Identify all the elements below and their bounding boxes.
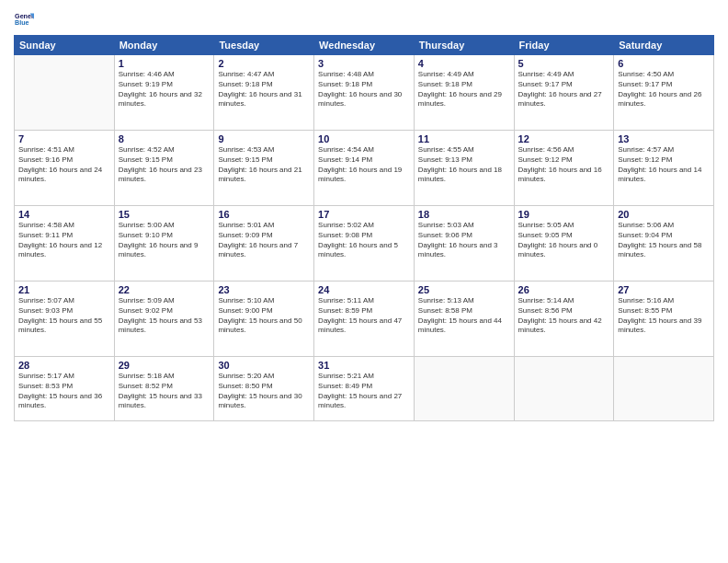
- weekday-header-sunday: Sunday: [15, 36, 115, 55]
- calendar-cell: 31Sunrise: 5:21 AMSunset: 8:49 PMDayligh…: [314, 357, 415, 421]
- day-number: 2: [218, 58, 310, 69]
- calendar-cell: 15Sunrise: 5:00 AMSunset: 9:10 PMDayligh…: [114, 206, 214, 282]
- day-info: Sunrise: 5:06 AMSunset: 9:04 PMDaylight:…: [618, 221, 710, 260]
- day-info: Sunrise: 5:02 AMSunset: 9:08 PMDaylight:…: [318, 221, 410, 260]
- day-info: Sunrise: 4:55 AMSunset: 9:13 PMDaylight:…: [418, 145, 510, 185]
- calendar-cell: 27Sunrise: 5:16 AMSunset: 8:55 PMDayligh…: [614, 282, 714, 357]
- day-number: 31: [318, 360, 410, 371]
- day-info: Sunrise: 4:57 AMSunset: 9:12 PMDaylight:…: [618, 145, 710, 185]
- calendar-cell: 5Sunrise: 4:49 AMSunset: 9:17 PMDaylight…: [514, 55, 614, 131]
- calendar-cell: 26Sunrise: 5:14 AMSunset: 8:56 PMDayligh…: [514, 282, 614, 357]
- calendar-cell: 17Sunrise: 5:02 AMSunset: 9:08 PMDayligh…: [314, 206, 415, 282]
- day-number: 15: [119, 209, 210, 220]
- calendar-cell: 24Sunrise: 5:11 AMSunset: 8:59 PMDayligh…: [314, 282, 415, 357]
- weekday-header-saturday: Saturday: [614, 36, 714, 55]
- day-info: Sunrise: 5:13 AMSunset: 8:58 PMDaylight:…: [418, 296, 510, 336]
- day-number: 21: [18, 284, 110, 295]
- calendar-week-5: 28Sunrise: 5:17 AMSunset: 8:53 PMDayligh…: [15, 357, 714, 421]
- day-info: Sunrise: 5:17 AMSunset: 8:53 PMDaylight:…: [18, 372, 110, 411]
- calendar-cell: 1Sunrise: 4:46 AMSunset: 9:19 PMDaylight…: [114, 55, 214, 131]
- calendar-week-4: 21Sunrise: 5:07 AMSunset: 9:03 PMDayligh…: [15, 282, 714, 357]
- day-number: 1: [119, 58, 210, 69]
- day-number: 11: [418, 133, 510, 144]
- day-number: 13: [618, 133, 710, 144]
- day-number: 16: [218, 209, 310, 220]
- weekday-header-monday: Monday: [114, 36, 214, 55]
- day-info: Sunrise: 5:20 AMSunset: 8:50 PMDaylight:…: [218, 372, 310, 411]
- logo: General Blue: [14, 9, 34, 29]
- calendar-cell: 28Sunrise: 5:17 AMSunset: 8:53 PMDayligh…: [15, 357, 115, 421]
- day-number: 5: [518, 58, 610, 69]
- day-number: 8: [119, 133, 210, 144]
- day-info: Sunrise: 4:46 AMSunset: 9:19 PMDaylight:…: [119, 70, 210, 109]
- day-number: 20: [618, 209, 710, 220]
- day-info: Sunrise: 4:49 AMSunset: 9:17 PMDaylight:…: [518, 70, 610, 109]
- calendar-cell: 16Sunrise: 5:01 AMSunset: 9:09 PMDayligh…: [214, 206, 314, 282]
- calendar-week-2: 7Sunrise: 4:51 AMSunset: 9:16 PMDaylight…: [15, 131, 714, 206]
- day-info: Sunrise: 4:52 AMSunset: 9:15 PMDaylight:…: [119, 145, 210, 185]
- day-number: 28: [18, 360, 110, 371]
- day-info: Sunrise: 5:16 AMSunset: 8:55 PMDaylight:…: [618, 296, 710, 336]
- weekday-header-friday: Friday: [514, 36, 614, 55]
- day-info: Sunrise: 5:11 AMSunset: 8:59 PMDaylight:…: [318, 296, 410, 336]
- day-number: 24: [318, 284, 410, 295]
- calendar-cell: 10Sunrise: 4:54 AMSunset: 9:14 PMDayligh…: [314, 131, 415, 206]
- calendar-cell: 14Sunrise: 4:58 AMSunset: 9:11 PMDayligh…: [15, 206, 115, 282]
- day-info: Sunrise: 4:49 AMSunset: 9:18 PMDaylight:…: [418, 70, 510, 109]
- day-number: 14: [18, 209, 110, 220]
- day-info: Sunrise: 5:01 AMSunset: 9:09 PMDaylight:…: [218, 221, 310, 260]
- day-number: 4: [418, 58, 510, 69]
- page-header: General Blue: [14, 9, 714, 29]
- calendar-page: General Blue SundayMondayTuesdayWednesda…: [0, 0, 728, 563]
- weekday-header-tuesday: Tuesday: [214, 36, 314, 55]
- weekday-header-row: SundayMondayTuesdayWednesdayThursdayFrid…: [15, 36, 714, 55]
- day-number: 18: [418, 209, 510, 220]
- calendar-week-1: 1Sunrise: 4:46 AMSunset: 9:19 PMDaylight…: [15, 55, 714, 131]
- svg-text:Blue: Blue: [15, 19, 29, 27]
- calendar-cell: 3Sunrise: 4:48 AMSunset: 9:18 PMDaylight…: [314, 55, 415, 131]
- day-number: 9: [218, 133, 310, 144]
- day-info: Sunrise: 5:07 AMSunset: 9:03 PMDaylight:…: [18, 296, 110, 336]
- calendar-cell: [414, 357, 514, 421]
- day-number: 12: [518, 133, 610, 144]
- day-number: 17: [318, 209, 410, 220]
- calendar-table: SundayMondayTuesdayWednesdayThursdayFrid…: [14, 35, 714, 421]
- calendar-cell: 25Sunrise: 5:13 AMSunset: 8:58 PMDayligh…: [414, 282, 514, 357]
- day-number: 3: [318, 58, 410, 69]
- calendar-cell: 19Sunrise: 5:05 AMSunset: 9:05 PMDayligh…: [514, 206, 614, 282]
- day-info: Sunrise: 4:56 AMSunset: 9:12 PMDaylight:…: [518, 145, 610, 185]
- day-number: 19: [518, 209, 610, 220]
- day-info: Sunrise: 4:48 AMSunset: 9:18 PMDaylight:…: [318, 70, 410, 109]
- day-number: 10: [318, 133, 410, 144]
- calendar-cell: 18Sunrise: 5:03 AMSunset: 9:06 PMDayligh…: [414, 206, 514, 282]
- day-number: 29: [119, 360, 210, 371]
- day-number: 30: [218, 360, 310, 371]
- day-info: Sunrise: 4:54 AMSunset: 9:14 PMDaylight:…: [318, 145, 410, 185]
- calendar-cell: 4Sunrise: 4:49 AMSunset: 9:18 PMDaylight…: [414, 55, 514, 131]
- calendar-cell: 21Sunrise: 5:07 AMSunset: 9:03 PMDayligh…: [15, 282, 115, 357]
- weekday-header-wednesday: Wednesday: [314, 36, 415, 55]
- calendar-week-3: 14Sunrise: 4:58 AMSunset: 9:11 PMDayligh…: [15, 206, 714, 282]
- day-number: 6: [618, 58, 710, 69]
- day-number: 23: [218, 284, 310, 295]
- day-info: Sunrise: 5:03 AMSunset: 9:06 PMDaylight:…: [418, 221, 510, 260]
- day-number: 27: [618, 284, 710, 295]
- calendar-cell: 6Sunrise: 4:50 AMSunset: 9:17 PMDaylight…: [614, 55, 714, 131]
- day-info: Sunrise: 5:21 AMSunset: 8:49 PMDaylight:…: [318, 372, 410, 411]
- day-info: Sunrise: 5:10 AMSunset: 9:00 PMDaylight:…: [218, 296, 310, 336]
- day-info: Sunrise: 4:50 AMSunset: 9:17 PMDaylight:…: [618, 70, 710, 109]
- calendar-cell: [614, 357, 714, 421]
- day-info: Sunrise: 5:14 AMSunset: 8:56 PMDaylight:…: [518, 296, 610, 336]
- calendar-cell: 23Sunrise: 5:10 AMSunset: 9:00 PMDayligh…: [214, 282, 314, 357]
- logo-icon: General Blue: [14, 9, 34, 29]
- calendar-cell: 30Sunrise: 5:20 AMSunset: 8:50 PMDayligh…: [214, 357, 314, 421]
- calendar-cell: [15, 55, 115, 131]
- calendar-cell: 9Sunrise: 4:53 AMSunset: 9:15 PMDaylight…: [214, 131, 314, 206]
- day-info: Sunrise: 5:18 AMSunset: 8:52 PMDaylight:…: [119, 372, 210, 411]
- day-info: Sunrise: 5:09 AMSunset: 9:02 PMDaylight:…: [119, 296, 210, 336]
- day-info: Sunrise: 5:00 AMSunset: 9:10 PMDaylight:…: [119, 221, 210, 260]
- calendar-cell: 11Sunrise: 4:55 AMSunset: 9:13 PMDayligh…: [414, 131, 514, 206]
- day-info: Sunrise: 4:51 AMSunset: 9:16 PMDaylight:…: [18, 145, 110, 185]
- calendar-cell: 20Sunrise: 5:06 AMSunset: 9:04 PMDayligh…: [614, 206, 714, 282]
- calendar-cell: [514, 357, 614, 421]
